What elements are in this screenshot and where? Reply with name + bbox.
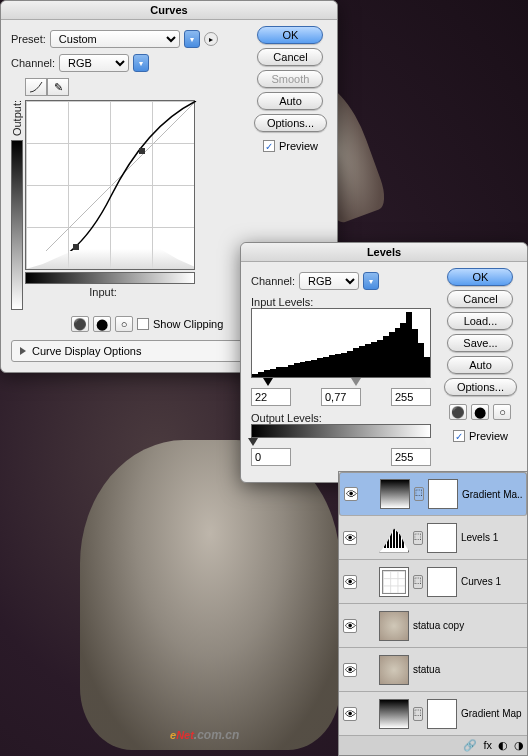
levels-titlebar: Levels — [241, 243, 527, 262]
histogram-bars — [252, 309, 430, 377]
visibility-icon[interactable]: 👁 — [343, 531, 357, 545]
gamma-slider[interactable] — [351, 378, 361, 386]
adjustment-icon[interactable]: ◑ — [514, 739, 524, 752]
visibility-icon[interactable]: 👁 — [344, 487, 358, 501]
levels-gray-eyedropper-icon[interactable]: ⬤ — [471, 404, 489, 420]
link-icon[interactable]: ⬚ — [414, 487, 424, 501]
levels-dialog: Levels Channel: RGB ▾ Input Levels: Outp… — [240, 242, 528, 483]
input-label: Input: — [11, 286, 195, 298]
link-layers-icon[interactable]: 🔗 — [463, 739, 477, 752]
show-clipping-checkbox[interactable]: Show Clipping — [137, 318, 223, 330]
visibility-icon[interactable]: 👁 — [343, 619, 357, 633]
smooth-button[interactable]: Smooth — [257, 70, 323, 88]
curve-graph[interactable] — [25, 100, 195, 270]
levels-black-eyedropper-icon[interactable]: ⚫ — [449, 404, 467, 420]
levels-channel-stepper-icon[interactable]: ▾ — [363, 272, 379, 290]
preset-select[interactable]: Custom — [50, 30, 180, 48]
ok-button[interactable]: OK — [257, 26, 323, 44]
svg-rect-1 — [139, 148, 145, 154]
preview-checkbox[interactable]: ✓Preview — [263, 140, 318, 152]
layer-row[interactable]: 👁 ⬚ Gradient Map 1 — [339, 692, 527, 736]
gray-eyedropper-icon[interactable]: ⬤ — [93, 316, 111, 332]
layer-row[interactable]: 👁 ⬚ Levels 1 — [339, 516, 527, 560]
cancel-button[interactable]: Cancel — [257, 48, 323, 66]
preset-menu-icon[interactable]: ▸ — [204, 32, 218, 46]
white-point-slider[interactable] — [423, 378, 433, 386]
channel-stepper-icon[interactable]: ▾ — [133, 54, 149, 72]
layer-row[interactable]: 👁 statua copy — [339, 604, 527, 648]
levels-channel-label: Channel: — [251, 275, 295, 287]
levels-load-button[interactable]: Load... — [447, 312, 513, 330]
out-black-slider[interactable] — [248, 438, 258, 446]
preset-label: Preset: — [11, 33, 46, 45]
mask-thumb[interactable] — [427, 523, 457, 553]
watermark: eNet.com.cn — [170, 716, 239, 746]
visibility-icon[interactable]: 👁 — [343, 575, 357, 589]
curves-titlebar: Curves — [1, 1, 337, 20]
levels-save-button[interactable]: Save... — [447, 334, 513, 352]
svg-rect-2 — [73, 244, 79, 250]
levels-channel-select[interactable]: RGB — [299, 272, 359, 290]
levels-ok-button[interactable]: OK — [447, 268, 513, 286]
levels-cancel-button[interactable]: Cancel — [447, 290, 513, 308]
levels-options-button[interactable]: Options... — [444, 378, 517, 396]
layers-footer: 🔗 fx ◐ ◑ — [339, 736, 527, 755]
mask-thumb[interactable] — [428, 479, 458, 509]
statue-figure — [80, 440, 340, 750]
link-icon[interactable]: ⬚ — [413, 531, 423, 545]
layer-thumb-icon[interactable] — [380, 479, 410, 509]
disclosure-triangle-icon — [20, 347, 26, 355]
visibility-icon[interactable]: 👁 — [343, 663, 357, 677]
visibility-icon[interactable]: 👁 — [343, 707, 357, 721]
curve-tool-icon[interactable] — [25, 78, 47, 96]
mask-icon[interactable]: ◐ — [498, 739, 508, 752]
fx-icon[interactable]: fx — [483, 739, 492, 752]
white-input[interactable] — [391, 388, 431, 406]
layer-thumb-icon[interactable] — [379, 699, 409, 729]
options-button[interactable]: Options... — [254, 114, 327, 132]
layer-row[interactable]: 👁 ⬚ Curves 1 — [339, 560, 527, 604]
gamma-input[interactable] — [321, 388, 361, 406]
layer-row[interactable]: 👁 statua — [339, 648, 527, 692]
mask-thumb[interactable] — [427, 567, 457, 597]
output-gradient-bar[interactable] — [251, 424, 431, 438]
black-point-slider[interactable] — [263, 378, 273, 386]
output-slider[interactable] — [251, 438, 431, 448]
mask-thumb[interactable] — [427, 699, 457, 729]
pencil-tool-icon[interactable]: ✎ — [47, 78, 69, 96]
layer-thumb-icon[interactable] — [379, 523, 409, 553]
out-white-input[interactable] — [391, 448, 431, 466]
link-icon[interactable]: ⬚ — [413, 707, 423, 721]
channel-label: Channel: — [11, 57, 55, 69]
auto-button[interactable]: Auto — [257, 92, 323, 110]
layers-panel: 👁 ⬚ Gradient Ma... 👁 ⬚ Levels 1 👁 ⬚ Curv… — [338, 471, 528, 756]
link-icon[interactable]: ⬚ — [413, 575, 423, 589]
levels-histogram[interactable] — [251, 308, 431, 378]
layer-thumb-icon[interactable] — [379, 611, 409, 641]
levels-white-eyedropper-icon[interactable]: ○ — [493, 404, 511, 420]
white-eyedropper-icon[interactable]: ○ — [115, 316, 133, 332]
input-slider[interactable] — [251, 378, 431, 388]
output-label: Output: — [11, 100, 23, 136]
svg-line-0 — [26, 101, 196, 251]
black-input[interactable] — [251, 388, 291, 406]
layer-row[interactable]: 👁 ⬚ Gradient Ma... — [339, 472, 527, 516]
levels-auto-button[interactable]: Auto — [447, 356, 513, 374]
input-gradient — [25, 272, 195, 284]
input-levels-label: Input Levels: — [251, 296, 313, 308]
out-white-slider[interactable] — [423, 438, 433, 446]
layer-thumb-icon[interactable] — [379, 655, 409, 685]
channel-select[interactable]: RGB — [59, 54, 129, 72]
preset-stepper-icon[interactable]: ▾ — [184, 30, 200, 48]
out-black-input[interactable] — [251, 448, 291, 466]
levels-preview-checkbox[interactable]: ✓Preview — [453, 430, 508, 442]
black-eyedropper-icon[interactable]: ⚫ — [71, 316, 89, 332]
layer-thumb-icon[interactable] — [379, 567, 409, 597]
output-levels-label: Output Levels: — [251, 412, 322, 424]
